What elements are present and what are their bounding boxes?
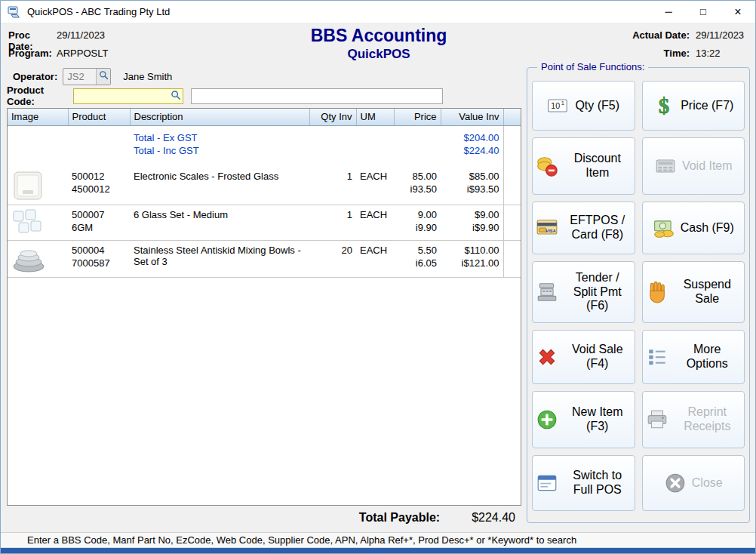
operator-label: Operator: [13,71,57,82]
qty-cell: 1 [309,205,356,240]
description-cell: 6 Glass Set - Medium [130,205,309,240]
qty-icon: 10 1 [547,94,570,117]
void-item-button[interactable]: Void Item [642,137,745,195]
actual-date-label: Actual Date: [632,29,690,41]
sale-items-table: Image Product Description Qty Inv UM Pri… [8,109,521,278]
price-button[interactable]: $ Price (F7) [642,81,745,131]
card-terminal-icon: VISA [536,217,558,239]
product-code-label: Product Code: [7,85,73,107]
program-label: Program: [8,48,57,59]
window-title: QuickPOS - ABC Trading Pty Ltd [27,6,170,17]
void-sale-button[interactable]: Void Sale (F4) [532,330,635,384]
eftpos-card-button[interactable]: VISA EFTPOS / Card (F8) [532,202,635,254]
column-header-description[interactable]: Description [130,109,309,125]
operator-row: Operator: Jane Smith [13,67,172,85]
product-code-cell: 500012 4500012 [68,167,130,205]
void-item-icon [654,155,677,177]
pos-functions-title: Point of Sale Functions: [537,61,648,72]
close-icon: × [734,5,741,19]
column-header-value-inv[interactable]: Value Inv [441,109,503,125]
operator-code-input[interactable] [63,71,96,82]
cash-icon [653,217,675,239]
date-time-block: Actual Date: 29/11/2023 Time: 13:22 [632,29,748,59]
column-header-qty-inv[interactable]: Qty Inv [309,109,356,125]
app-heading: BBS Accounting QuickPOS [228,26,530,62]
reprint-receipts-button[interactable]: Reprint Receipts [642,391,745,448]
window-icon [536,472,558,494]
product-image-cell [8,240,68,277]
cash-register-icon [536,281,558,303]
column-header-filler [503,109,521,125]
app-subtitle: QuickPOS [228,47,530,62]
column-header-price[interactable]: Price [394,109,441,125]
total-payable-label: Total Payable: [359,511,440,525]
product-image-mixing-bowls [11,245,64,273]
table-row[interactable]: 500012 4500012 Electronic Scales - Frost… [8,167,521,205]
new-item-button[interactable]: New Item (F3) [532,391,635,448]
description-cell: Stainless Steel Antiskid Mixing Bowls - … [130,240,309,277]
titlebar: QuickPOS - ABC Trading Pty Ltd ─ □ × [1,1,755,23]
product-code-field [73,88,183,104]
value-cell: $85.00 i$93.50 [441,167,503,205]
um-cell: EACH [356,205,394,240]
maximize-icon: □ [700,6,706,17]
program-row: Program: ARPPOSLT [8,48,108,59]
product-code-cell: 500004 7000587 [68,240,130,277]
operator-search-button[interactable] [96,69,110,85]
table-header-row: Image Product Description Qty Inv UM Pri… [8,109,521,125]
value-cell: $110.00 i$121.00 [441,240,503,277]
totals-row-inc-gst: Total - Inc GST $224.40 [8,144,521,157]
column-header-image[interactable]: Image [8,109,68,125]
status-bar-text: Enter a BBS Code, Manf Part No, EzCode, … [27,534,576,546]
maximize-button[interactable]: □ [686,1,721,23]
um-cell: EACH [356,167,394,205]
cash-button[interactable]: Cash (F9) [642,202,745,254]
discount-coins-icon [536,155,558,177]
discount-item-button[interactable]: Discount Item [532,137,635,195]
value-cell: $9.00 i$9.90 [441,205,503,240]
svg-text:$: $ [659,94,669,117]
column-header-product[interactable]: Product [68,109,130,125]
table-row[interactable]: 500004 7000587 Stainless Steel Antiskid … [8,240,521,277]
gray-x-circle-icon [664,472,687,494]
program-value: ARPPOSLT [57,48,108,59]
switch-to-full-pos-button[interactable]: Switch to Full POS [532,455,635,511]
column-header-um[interactable]: UM [356,109,394,125]
search-icon [171,90,181,103]
app-title: BBS Accounting [228,26,530,46]
total-inc-gst-value: $224.40 [441,144,503,157]
total-payable-row: Total Payable: $224.40 [7,511,515,525]
product-code-row: Product Code: [7,88,443,104]
product-search-button[interactable] [171,90,181,103]
product-code-input[interactable] [75,89,171,103]
actual-date-value: 29/11/2023 [696,29,748,41]
svg-text:10: 10 [552,101,561,110]
minimize-button[interactable]: ─ [651,1,686,23]
hand-icon [646,281,668,303]
price-cell: 5.50 i6.05 [394,240,441,277]
price-cell: 85.00 i93.50 [394,167,441,205]
tender-split-payment-button[interactable]: Tender / Split Pmt (F6) [532,261,635,323]
product-image-electronic-scales [11,171,64,201]
time-label: Time: [632,48,690,59]
product-code-cell: 500007 6GM [68,205,130,240]
product-image-cell [8,167,68,205]
price-cell: 9.00 i9.90 [394,205,441,240]
close-button[interactable]: × [721,1,755,23]
sale-items-grid: Image Product Description Qty Inv UM Pri… [7,108,521,506]
qty-button[interactable]: 10 1 Qty (F5) [532,81,635,131]
total-ex-gst-value: $204.00 [441,125,503,144]
suspend-sale-button[interactable]: Suspend Sale [642,261,745,323]
svg-text:VISA: VISA [545,229,556,233]
app-icon [8,5,21,19]
pos-functions-grid: 10 1 Qty (F5) $ Price (F7) [532,81,745,516]
quickpos-window: QuickPOS - ABC Trading Pty Ltd ─ □ × Pro… [0,0,756,554]
more-options-button[interactable]: More Options [642,330,745,384]
printer-icon [646,408,668,431]
close-pos-button[interactable]: Close [642,455,745,511]
product-image-glass-set [11,209,64,236]
description-cell: Electronic Scales - Frosted Glass [130,167,309,205]
operator-name: Jane Smith [123,71,172,82]
minimize-icon: ─ [665,6,671,17]
table-row[interactable]: 500007 6GM 6 Glass Set - Medium 1 EACH 9… [8,205,521,240]
